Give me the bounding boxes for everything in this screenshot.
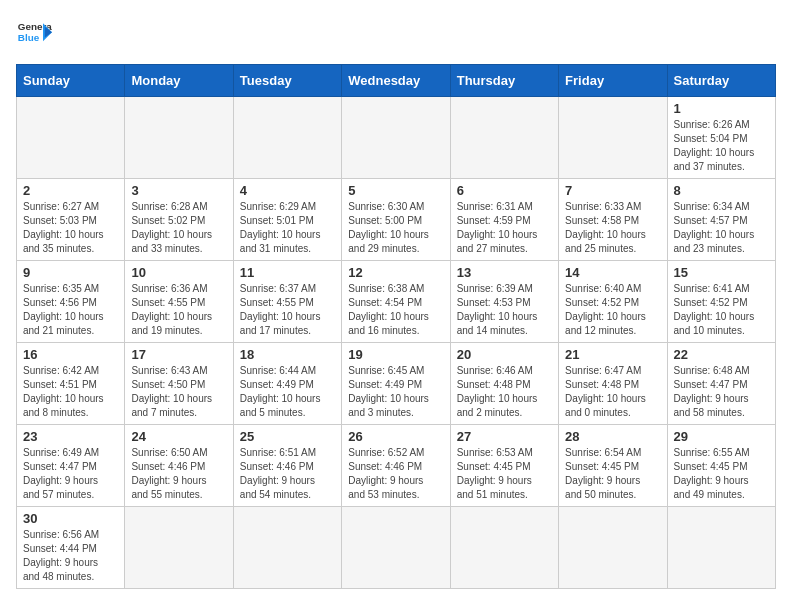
day-info: Sunrise: 6:56 AM Sunset: 4:44 PM Dayligh… bbox=[23, 528, 118, 584]
calendar-cell bbox=[125, 97, 233, 179]
calendar-cell: 3Sunrise: 6:28 AM Sunset: 5:02 PM Daylig… bbox=[125, 179, 233, 261]
day-info: Sunrise: 6:48 AM Sunset: 4:47 PM Dayligh… bbox=[674, 364, 769, 420]
day-info: Sunrise: 6:31 AM Sunset: 4:59 PM Dayligh… bbox=[457, 200, 552, 256]
logo: General Blue bbox=[16, 16, 52, 52]
calendar-cell bbox=[233, 507, 341, 589]
day-info: Sunrise: 6:26 AM Sunset: 5:04 PM Dayligh… bbox=[674, 118, 769, 174]
weekday-header: Monday bbox=[125, 65, 233, 97]
day-info: Sunrise: 6:53 AM Sunset: 4:45 PM Dayligh… bbox=[457, 446, 552, 502]
day-info: Sunrise: 6:36 AM Sunset: 4:55 PM Dayligh… bbox=[131, 282, 226, 338]
day-number: 15 bbox=[674, 265, 769, 280]
calendar-cell bbox=[342, 97, 450, 179]
svg-text:Blue: Blue bbox=[18, 32, 40, 43]
header: General Blue bbox=[16, 16, 776, 52]
calendar-cell: 22Sunrise: 6:48 AM Sunset: 4:47 PM Dayli… bbox=[667, 343, 775, 425]
day-info: Sunrise: 6:35 AM Sunset: 4:56 PM Dayligh… bbox=[23, 282, 118, 338]
day-info: Sunrise: 6:37 AM Sunset: 4:55 PM Dayligh… bbox=[240, 282, 335, 338]
calendar-cell: 15Sunrise: 6:41 AM Sunset: 4:52 PM Dayli… bbox=[667, 261, 775, 343]
day-number: 17 bbox=[131, 347, 226, 362]
calendar-week-row: 16Sunrise: 6:42 AM Sunset: 4:51 PM Dayli… bbox=[17, 343, 776, 425]
day-number: 9 bbox=[23, 265, 118, 280]
day-number: 14 bbox=[565, 265, 660, 280]
calendar-week-row: 2Sunrise: 6:27 AM Sunset: 5:03 PM Daylig… bbox=[17, 179, 776, 261]
calendar-cell: 2Sunrise: 6:27 AM Sunset: 5:03 PM Daylig… bbox=[17, 179, 125, 261]
day-number: 10 bbox=[131, 265, 226, 280]
day-info: Sunrise: 6:44 AM Sunset: 4:49 PM Dayligh… bbox=[240, 364, 335, 420]
day-number: 13 bbox=[457, 265, 552, 280]
calendar-cell: 14Sunrise: 6:40 AM Sunset: 4:52 PM Dayli… bbox=[559, 261, 667, 343]
day-number: 6 bbox=[457, 183, 552, 198]
calendar-week-row: 1Sunrise: 6:26 AM Sunset: 5:04 PM Daylig… bbox=[17, 97, 776, 179]
day-info: Sunrise: 6:29 AM Sunset: 5:01 PM Dayligh… bbox=[240, 200, 335, 256]
day-info: Sunrise: 6:43 AM Sunset: 4:50 PM Dayligh… bbox=[131, 364, 226, 420]
calendar-cell bbox=[559, 507, 667, 589]
calendar-week-row: 23Sunrise: 6:49 AM Sunset: 4:47 PM Dayli… bbox=[17, 425, 776, 507]
day-info: Sunrise: 6:54 AM Sunset: 4:45 PM Dayligh… bbox=[565, 446, 660, 502]
day-number: 4 bbox=[240, 183, 335, 198]
day-number: 5 bbox=[348, 183, 443, 198]
calendar-cell: 1Sunrise: 6:26 AM Sunset: 5:04 PM Daylig… bbox=[667, 97, 775, 179]
calendar-cell bbox=[125, 507, 233, 589]
calendar-cell: 17Sunrise: 6:43 AM Sunset: 4:50 PM Dayli… bbox=[125, 343, 233, 425]
calendar-cell: 26Sunrise: 6:52 AM Sunset: 4:46 PM Dayli… bbox=[342, 425, 450, 507]
calendar-week-row: 9Sunrise: 6:35 AM Sunset: 4:56 PM Daylig… bbox=[17, 261, 776, 343]
weekday-header-row: SundayMondayTuesdayWednesdayThursdayFrid… bbox=[17, 65, 776, 97]
day-info: Sunrise: 6:33 AM Sunset: 4:58 PM Dayligh… bbox=[565, 200, 660, 256]
day-info: Sunrise: 6:38 AM Sunset: 4:54 PM Dayligh… bbox=[348, 282, 443, 338]
day-info: Sunrise: 6:45 AM Sunset: 4:49 PM Dayligh… bbox=[348, 364, 443, 420]
day-number: 19 bbox=[348, 347, 443, 362]
calendar-cell bbox=[450, 507, 558, 589]
calendar-cell: 19Sunrise: 6:45 AM Sunset: 4:49 PM Dayli… bbox=[342, 343, 450, 425]
calendar-cell: 7Sunrise: 6:33 AM Sunset: 4:58 PM Daylig… bbox=[559, 179, 667, 261]
calendar-cell: 30Sunrise: 6:56 AM Sunset: 4:44 PM Dayli… bbox=[17, 507, 125, 589]
calendar-cell: 13Sunrise: 6:39 AM Sunset: 4:53 PM Dayli… bbox=[450, 261, 558, 343]
calendar-cell: 25Sunrise: 6:51 AM Sunset: 4:46 PM Dayli… bbox=[233, 425, 341, 507]
calendar-cell: 9Sunrise: 6:35 AM Sunset: 4:56 PM Daylig… bbox=[17, 261, 125, 343]
day-info: Sunrise: 6:40 AM Sunset: 4:52 PM Dayligh… bbox=[565, 282, 660, 338]
day-info: Sunrise: 6:34 AM Sunset: 4:57 PM Dayligh… bbox=[674, 200, 769, 256]
day-info: Sunrise: 6:27 AM Sunset: 5:03 PM Dayligh… bbox=[23, 200, 118, 256]
calendar: SundayMondayTuesdayWednesdayThursdayFrid… bbox=[16, 64, 776, 589]
day-number: 26 bbox=[348, 429, 443, 444]
day-number: 28 bbox=[565, 429, 660, 444]
calendar-cell bbox=[233, 97, 341, 179]
calendar-cell: 24Sunrise: 6:50 AM Sunset: 4:46 PM Dayli… bbox=[125, 425, 233, 507]
day-number: 21 bbox=[565, 347, 660, 362]
day-info: Sunrise: 6:51 AM Sunset: 4:46 PM Dayligh… bbox=[240, 446, 335, 502]
calendar-cell: 12Sunrise: 6:38 AM Sunset: 4:54 PM Dayli… bbox=[342, 261, 450, 343]
day-info: Sunrise: 6:28 AM Sunset: 5:02 PM Dayligh… bbox=[131, 200, 226, 256]
calendar-cell bbox=[450, 97, 558, 179]
day-number: 20 bbox=[457, 347, 552, 362]
day-number: 24 bbox=[131, 429, 226, 444]
day-info: Sunrise: 6:30 AM Sunset: 5:00 PM Dayligh… bbox=[348, 200, 443, 256]
weekday-header: Friday bbox=[559, 65, 667, 97]
calendar-cell: 5Sunrise: 6:30 AM Sunset: 5:00 PM Daylig… bbox=[342, 179, 450, 261]
day-number: 16 bbox=[23, 347, 118, 362]
day-number: 11 bbox=[240, 265, 335, 280]
calendar-cell: 11Sunrise: 6:37 AM Sunset: 4:55 PM Dayli… bbox=[233, 261, 341, 343]
day-info: Sunrise: 6:50 AM Sunset: 4:46 PM Dayligh… bbox=[131, 446, 226, 502]
day-number: 30 bbox=[23, 511, 118, 526]
weekday-header: Thursday bbox=[450, 65, 558, 97]
calendar-cell: 16Sunrise: 6:42 AM Sunset: 4:51 PM Dayli… bbox=[17, 343, 125, 425]
weekday-header: Sunday bbox=[17, 65, 125, 97]
day-number: 7 bbox=[565, 183, 660, 198]
day-info: Sunrise: 6:55 AM Sunset: 4:45 PM Dayligh… bbox=[674, 446, 769, 502]
calendar-cell: 20Sunrise: 6:46 AM Sunset: 4:48 PM Dayli… bbox=[450, 343, 558, 425]
weekday-header: Wednesday bbox=[342, 65, 450, 97]
calendar-cell: 23Sunrise: 6:49 AM Sunset: 4:47 PM Dayli… bbox=[17, 425, 125, 507]
calendar-cell: 8Sunrise: 6:34 AM Sunset: 4:57 PM Daylig… bbox=[667, 179, 775, 261]
day-number: 25 bbox=[240, 429, 335, 444]
calendar-cell bbox=[559, 97, 667, 179]
day-number: 3 bbox=[131, 183, 226, 198]
calendar-cell bbox=[342, 507, 450, 589]
day-number: 12 bbox=[348, 265, 443, 280]
day-info: Sunrise: 6:42 AM Sunset: 4:51 PM Dayligh… bbox=[23, 364, 118, 420]
calendar-cell: 10Sunrise: 6:36 AM Sunset: 4:55 PM Dayli… bbox=[125, 261, 233, 343]
calendar-cell bbox=[17, 97, 125, 179]
day-number: 27 bbox=[457, 429, 552, 444]
weekday-header: Tuesday bbox=[233, 65, 341, 97]
page: General Blue SundayMondayTuesdayWednesda… bbox=[0, 0, 792, 605]
day-info: Sunrise: 6:39 AM Sunset: 4:53 PM Dayligh… bbox=[457, 282, 552, 338]
calendar-cell: 18Sunrise: 6:44 AM Sunset: 4:49 PM Dayli… bbox=[233, 343, 341, 425]
